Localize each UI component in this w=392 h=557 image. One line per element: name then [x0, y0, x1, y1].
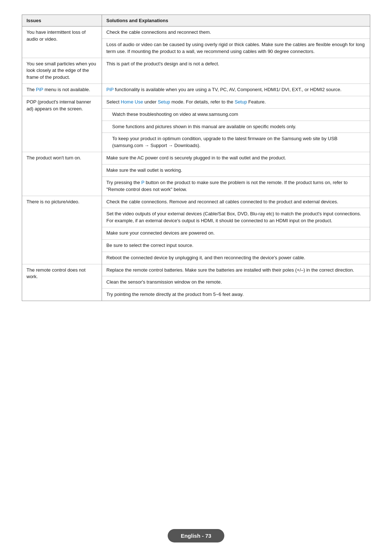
- setup-highlight-2: Setup: [234, 99, 247, 105]
- table-row: The remote control does not work. Replac…: [22, 264, 370, 276]
- solution-cell-no-picture-4: Be sure to select the correct input sour…: [102, 239, 370, 252]
- issue-cell-turn-on: The product won't turn on.: [22, 152, 102, 196]
- table-row: You see small particles when you look cl…: [22, 58, 370, 84]
- solution-cell-turn-on-2: Make sure the wall outlet is working.: [102, 164, 370, 176]
- solution-cell-remote-3: Try pointing the remote directly at the …: [102, 289, 370, 301]
- solution-cell-turn-on-3: Try pressing the P button on the product…: [102, 176, 370, 196]
- solution-cell-remote-1: Replace the remote control batteries. Ma…: [102, 264, 370, 276]
- solution-cell-pop-3: Some functions and pictures shown in thi…: [102, 121, 370, 133]
- col-solutions-header: Solutions and Explanations: [102, 15, 370, 27]
- table-row: POP (product's internal banner ad) appea…: [22, 96, 370, 108]
- solution-cell-particles: This is part of the product's design and…: [102, 58, 370, 84]
- solution-cell-pop-2: Watch these troubleshooting on video at …: [102, 108, 370, 121]
- solution-cell-audio-video-2: Loss of audio or video can be caused by …: [102, 38, 370, 58]
- indented-text-3: To keep your product in optimum conditio…: [106, 135, 366, 149]
- table-row: The PiP menu is not available. PiP funct…: [22, 84, 370, 96]
- page-wrapper: Issues Solutions and Explanations You ha…: [22, 15, 370, 504]
- troubleshooting-table: Issues Solutions and Explanations You ha…: [22, 15, 370, 301]
- issue-cell-audio-video: You have intermittent loss of audio or v…: [22, 27, 102, 58]
- col-issues-header: Issues: [22, 15, 102, 27]
- issue-cell-remote: The remote control does not work.: [22, 264, 102, 301]
- table-header-row: Issues Solutions and Explanations: [22, 15, 370, 27]
- solution-cell-no-picture-2: Set the video outputs of your external d…: [102, 208, 370, 227]
- issue-cell-particles: You see small particles when you look cl…: [22, 58, 102, 84]
- pip-highlight-issue: PiP: [36, 87, 43, 92]
- footer: English - 73: [0, 518, 392, 557]
- table-row: There is no picture/video. Check the cab…: [22, 196, 370, 208]
- solution-cell-pip: PiP functionality is available when you …: [102, 84, 370, 96]
- pip-highlight-solution: PiP: [106, 87, 114, 92]
- p-button-highlight: P: [141, 180, 144, 185]
- setup-highlight-1: Setup: [158, 99, 170, 105]
- page-number-badge: English - 73: [168, 529, 224, 542]
- solution-cell-pop-1: Select Home Use under Setup mode. For de…: [102, 96, 370, 108]
- solution-cell-audio-video-1: Check the cable connections and reconnec…: [102, 27, 370, 39]
- issue-cell-pip: The PiP menu is not available.: [22, 84, 102, 96]
- table-row: You have intermittent loss of audio or v…: [22, 27, 370, 39]
- solution-cell-no-picture-5: Reboot the connected device by unpluggin…: [102, 252, 370, 264]
- solution-cell-no-picture-3: Make sure your connected devices are pow…: [102, 227, 370, 240]
- home-use-highlight: Home Use: [121, 99, 143, 105]
- solution-cell-pop-4: To keep your product in optimum conditio…: [102, 133, 370, 152]
- issue-cell-no-picture: There is no picture/video.: [22, 196, 102, 264]
- solution-cell-no-picture-1: Check the cable connections. Remove and …: [102, 196, 370, 208]
- table-row: The product won't turn on. Make sure the…: [22, 152, 370, 164]
- solution-cell-remote-2: Clean the sensor's transmission window o…: [102, 276, 370, 289]
- indented-text-2: Some functions and pictures shown in thi…: [106, 123, 366, 130]
- indented-text-1: Watch these troubleshooting on video at …: [106, 111, 366, 118]
- solution-cell-turn-on-1: Make sure the AC power cord is securely …: [102, 152, 370, 164]
- issue-cell-pop: POP (product's internal banner ad) appea…: [22, 96, 102, 152]
